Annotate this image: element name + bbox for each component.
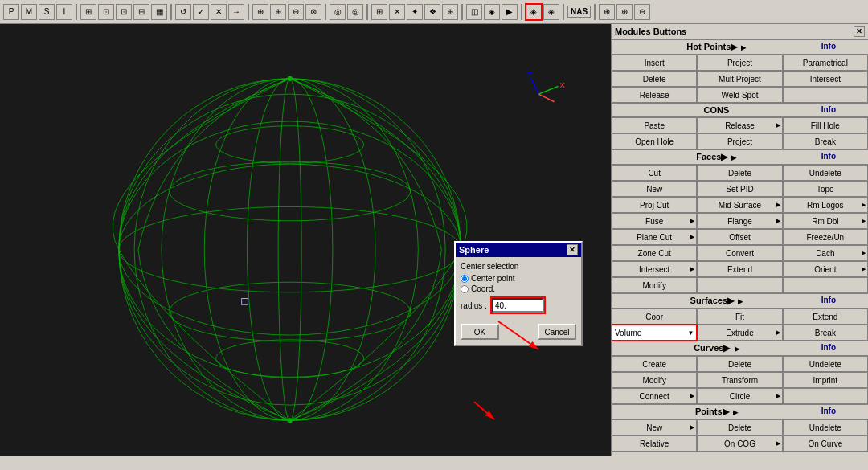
toolbar-icon-12[interactable]: ✕: [211, 4, 227, 20]
toolbar-icon-highlighted[interactable]: ◈: [526, 4, 542, 20]
toolbar-icon-3[interactable]: S: [39, 4, 55, 20]
btn-circle[interactable]: Circle: [697, 388, 782, 404]
btn-on-curve[interactable]: On Curve: [783, 435, 868, 452]
btn-flange[interactable]: Flange: [697, 213, 782, 229]
toolbar-icon-6[interactable]: ⊡: [98, 4, 114, 20]
btn-rm-dbl[interactable]: Rm Dbl: [783, 213, 868, 229]
btn-break-cons[interactable]: Break: [783, 133, 868, 149]
toolbar-icon-4[interactable]: I: [56, 4, 72, 20]
btn-parametrical[interactable]: Parametrical: [783, 55, 868, 71]
btn-break-surf[interactable]: Break: [783, 325, 868, 341]
surfaces-info[interactable]: Info: [821, 296, 836, 304]
btn-extend-surf[interactable]: Extend: [783, 309, 868, 325]
toolbar-icon-2[interactable]: M: [21, 4, 37, 20]
btn-weld-spot[interactable]: Weld Spot: [697, 87, 782, 103]
btn-modify-face[interactable]: Modify: [612, 277, 697, 293]
toolbar-icon-21[interactable]: ✕: [389, 4, 405, 20]
btn-volume-dropdown[interactable]: Volume ▼: [612, 325, 697, 341]
toolbar-icon-31[interactable]: ⊖: [634, 4, 650, 20]
faces-info[interactable]: Info: [821, 152, 836, 161]
btn-zone-cut[interactable]: Zone Cut: [612, 245, 697, 261]
toolbar-icon-1[interactable]: P: [3, 4, 19, 20]
panel-close-button[interactable]: ✕: [854, 26, 865, 37]
btn-project-cons[interactable]: Project: [697, 133, 782, 149]
btn-intersect-face[interactable]: Intersect: [612, 261, 697, 277]
btn-project[interactable]: Project: [697, 55, 782, 71]
btn-intersect-hp[interactable]: Intersect: [783, 71, 868, 87]
btn-proj-cut[interactable]: Proj Cut: [612, 197, 697, 213]
btn-undelete[interactable]: Undelete: [783, 165, 868, 181]
toolbar-icon-5[interactable]: ⊞: [80, 4, 96, 20]
btn-mid-surface[interactable]: Mid Surface: [697, 197, 782, 213]
toolbar-icon-30[interactable]: ⊕: [616, 4, 633, 20]
btn-cut[interactable]: Cut: [612, 165, 697, 181]
btn-rm-logos[interactable]: Rm Logos: [783, 197, 868, 213]
btn-modify-curve[interactable]: Modify: [612, 372, 697, 388]
toolbar-icon-10[interactable]: ↺: [175, 4, 191, 20]
btn-new-face[interactable]: New: [612, 181, 697, 197]
cancel-button[interactable]: Cancel: [538, 324, 576, 340]
btn-mult-project[interactable]: Mult Project: [697, 71, 782, 87]
btn-delete-curve[interactable]: Delete: [697, 356, 782, 372]
hot-points-info[interactable]: Info: [821, 42, 836, 51]
ok-button[interactable]: OK: [461, 324, 499, 340]
toolbar-icon-16[interactable]: ⊖: [288, 4, 304, 20]
btn-transform-curve[interactable]: Transform: [697, 372, 782, 388]
radio-center-point[interactable]: [461, 275, 469, 283]
toolbar-icon-26[interactable]: ◈: [484, 4, 500, 20]
btn-fill-hole[interactable]: Fill Hole: [783, 117, 868, 133]
toolbar-icon-20[interactable]: ⊞: [371, 4, 387, 20]
toolbar-icon-8[interactable]: ⊟: [133, 4, 149, 20]
btn-delete-point[interactable]: Delete: [697, 419, 782, 435]
toolbar-icon-15[interactable]: ⊕: [270, 4, 286, 20]
toolbar-icon-17[interactable]: ⊗: [305, 4, 321, 20]
btn-on-cog[interactable]: On COG: [697, 435, 782, 452]
btn-dach[interactable]: Dach: [783, 245, 868, 261]
btn-freeze-un[interactable]: Freeze/Un: [783, 229, 868, 245]
viewport[interactable]: X Z Sphere ✕ Center selection Center poi…: [0, 24, 611, 456]
btn-create-curve[interactable]: Create: [612, 356, 697, 372]
toolbar-icon-14[interactable]: ⊕: [252, 4, 268, 20]
toolbar-icon-24[interactable]: ⊕: [442, 4, 458, 20]
btn-topo[interactable]: Topo: [783, 181, 868, 197]
btn-open-hole[interactable]: Open Hole: [612, 133, 697, 149]
btn-fit[interactable]: Fit: [697, 309, 782, 325]
btn-paste[interactable]: Paste: [612, 117, 697, 133]
btn-imprint[interactable]: Imprint: [783, 372, 868, 388]
btn-orient[interactable]: Orient: [783, 261, 868, 277]
curves-info[interactable]: Info: [821, 343, 836, 352]
toolbar-icon-23[interactable]: ❖: [424, 4, 440, 20]
btn-set-pid[interactable]: Set PID: [697, 181, 782, 197]
toolbar-icon-19[interactable]: ◎: [347, 4, 363, 20]
points-info[interactable]: Info: [821, 407, 836, 415]
btn-fuse[interactable]: Fuse: [612, 213, 697, 229]
btn-coor[interactable]: Coor: [612, 309, 697, 325]
toolbar-icon-7[interactable]: ⊡: [116, 4, 132, 20]
radius-input[interactable]: [492, 298, 544, 313]
btn-convert[interactable]: Convert: [697, 245, 782, 261]
btn-connect[interactable]: Connect: [612, 388, 697, 404]
btn-insert[interactable]: Insert: [612, 55, 697, 71]
toolbar-icon-13[interactable]: →: [228, 4, 244, 20]
btn-plane-cut[interactable]: Plane Cut: [612, 229, 697, 245]
cons-info[interactable]: Info: [821, 105, 836, 114]
btn-new-point[interactable]: New: [612, 419, 697, 435]
btn-delete-face[interactable]: Delete: [697, 165, 782, 181]
toolbar-icon-22[interactable]: ✦: [407, 4, 423, 20]
toolbar-icon-27[interactable]: ▶: [502, 4, 518, 20]
toolbar-icon-28[interactable]: ◈: [543, 4, 559, 20]
toolbar-icon-18[interactable]: ◎: [330, 4, 346, 20]
toolbar-icon-25[interactable]: ◫: [466, 4, 482, 20]
radio-coord[interactable]: [461, 285, 469, 293]
btn-delete-hp[interactable]: Delete: [612, 71, 697, 87]
btn-offset[interactable]: Offset: [697, 229, 782, 245]
btn-relative[interactable]: Relative: [612, 435, 697, 452]
toolbar-icon-9[interactable]: ▦: [151, 4, 167, 20]
toolbar-icon-29[interactable]: ⊕: [599, 4, 615, 20]
btn-undelete-curve[interactable]: Undelete: [783, 356, 868, 372]
btn-release-cons[interactable]: Release: [697, 117, 782, 133]
btn-extend-face[interactable]: Extend: [697, 261, 782, 277]
toolbar-icon-11[interactable]: ✓: [193, 4, 209, 20]
btn-extrude[interactable]: Extrude: [697, 325, 782, 341]
btn-undelete-point[interactable]: Undelete: [783, 419, 868, 435]
